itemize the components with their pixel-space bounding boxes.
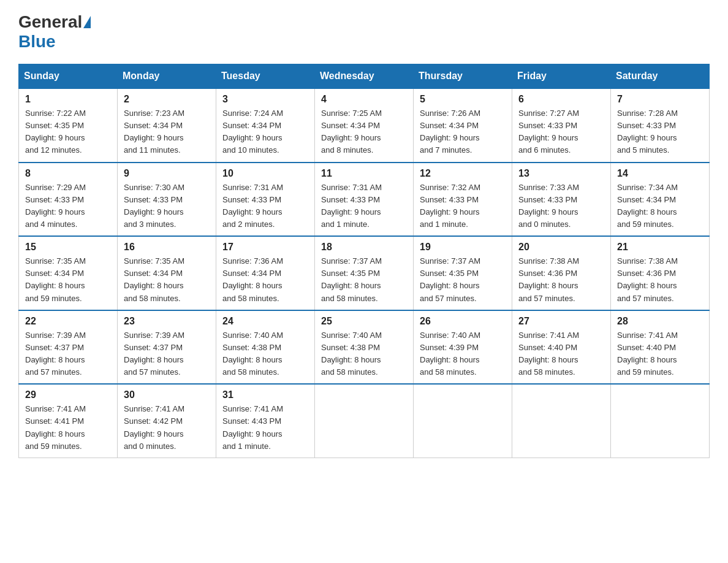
day-info: Sunrise: 7:39 AM Sunset: 4:37 PM Dayligh… (124, 329, 210, 379)
calendar-day-cell: 5Sunrise: 7:26 AM Sunset: 4:34 PM Daylig… (414, 88, 512, 163)
calendar-day-cell: 29Sunrise: 7:41 AM Sunset: 4:41 PM Dayli… (19, 384, 118, 458)
calendar-day-cell: 15Sunrise: 7:35 AM Sunset: 4:34 PM Dayli… (19, 236, 118, 310)
day-info: Sunrise: 7:32 AM Sunset: 4:33 PM Dayligh… (420, 182, 506, 231)
calendar-day-cell: 24Sunrise: 7:40 AM Sunset: 4:38 PM Dayli… (216, 310, 315, 385)
calendar-day-cell: 12Sunrise: 7:32 AM Sunset: 4:33 PM Dayli… (414, 163, 512, 237)
day-number: 11 (321, 168, 407, 179)
day-number: 19 (420, 242, 506, 253)
calendar-day-cell: 14Sunrise: 7:34 AM Sunset: 4:34 PM Dayli… (611, 163, 710, 237)
calendar-week-row: 22Sunrise: 7:39 AM Sunset: 4:37 PM Dayli… (19, 310, 710, 385)
calendar-week-row: 1Sunrise: 7:22 AM Sunset: 4:35 PM Daylig… (19, 88, 710, 163)
logo: General Blue (18, 12, 92, 52)
calendar-day-cell: 6Sunrise: 7:27 AM Sunset: 4:33 PM Daylig… (512, 88, 611, 163)
calendar-day-cell: 13Sunrise: 7:33 AM Sunset: 4:33 PM Dayli… (512, 163, 611, 237)
calendar-day-cell: 25Sunrise: 7:40 AM Sunset: 4:38 PM Dayli… (315, 310, 414, 385)
day-info: Sunrise: 7:41 AM Sunset: 4:42 PM Dayligh… (124, 403, 210, 453)
day-number: 3 (222, 94, 308, 105)
calendar-day-cell: 3Sunrise: 7:24 AM Sunset: 4:34 PM Daylig… (216, 88, 315, 163)
day-info: Sunrise: 7:38 AM Sunset: 4:36 PM Dayligh… (617, 255, 703, 305)
calendar-day-cell: 31Sunrise: 7:41 AM Sunset: 4:43 PM Dayli… (216, 384, 315, 458)
calendar-day-cell: 28Sunrise: 7:41 AM Sunset: 4:40 PM Dayli… (611, 310, 710, 385)
calendar-day-cell: 27Sunrise: 7:41 AM Sunset: 4:40 PM Dayli… (512, 310, 611, 385)
day-info: Sunrise: 7:31 AM Sunset: 4:33 PM Dayligh… (222, 182, 308, 231)
logo-triangle-icon (83, 16, 91, 28)
day-info: Sunrise: 7:39 AM Sunset: 4:37 PM Dayligh… (25, 329, 111, 379)
calendar-header-row: SundayMondayTuesdayWednesdayThursdayFrid… (19, 64, 710, 89)
day-info: Sunrise: 7:40 AM Sunset: 4:38 PM Dayligh… (222, 329, 308, 379)
day-number: 9 (124, 168, 210, 179)
calendar-day-cell: 30Sunrise: 7:41 AM Sunset: 4:42 PM Dayli… (118, 384, 216, 458)
day-info: Sunrise: 7:23 AM Sunset: 4:34 PM Dayligh… (124, 107, 210, 157)
calendar-week-row: 29Sunrise: 7:41 AM Sunset: 4:41 PM Dayli… (19, 384, 710, 458)
day-info: Sunrise: 7:24 AM Sunset: 4:34 PM Dayligh… (222, 107, 308, 157)
logo-general-text: General (18, 12, 82, 32)
calendar-day-cell (611, 384, 710, 458)
day-number: 12 (420, 168, 506, 179)
calendar-day-cell: 19Sunrise: 7:37 AM Sunset: 4:35 PM Dayli… (414, 236, 512, 310)
day-number: 20 (518, 242, 604, 253)
day-info: Sunrise: 7:26 AM Sunset: 4:34 PM Dayligh… (420, 107, 506, 157)
day-number: 30 (124, 389, 210, 400)
day-number: 4 (321, 94, 407, 105)
day-number: 14 (617, 168, 703, 179)
calendar-day-header: Sunday (19, 64, 118, 89)
day-info: Sunrise: 7:38 AM Sunset: 4:36 PM Dayligh… (518, 255, 604, 305)
day-info: Sunrise: 7:36 AM Sunset: 4:34 PM Dayligh… (222, 255, 308, 305)
day-info: Sunrise: 7:25 AM Sunset: 4:34 PM Dayligh… (321, 107, 407, 157)
calendar-day-cell (512, 384, 611, 458)
day-number: 25 (321, 316, 407, 327)
day-number: 23 (124, 316, 210, 327)
day-number: 26 (420, 316, 506, 327)
day-number: 27 (518, 316, 604, 327)
day-number: 7 (617, 94, 703, 105)
day-number: 8 (25, 168, 111, 179)
calendar-day-cell (414, 384, 512, 458)
calendar-day-cell: 17Sunrise: 7:36 AM Sunset: 4:34 PM Dayli… (216, 236, 315, 310)
day-number: 24 (222, 316, 308, 327)
logo-blue-text: Blue (18, 32, 56, 52)
day-number: 29 (25, 389, 111, 400)
calendar-day-cell: 18Sunrise: 7:37 AM Sunset: 4:35 PM Dayli… (315, 236, 414, 310)
day-info: Sunrise: 7:35 AM Sunset: 4:34 PM Dayligh… (124, 255, 210, 305)
day-number: 22 (25, 316, 111, 327)
calendar-day-header: Thursday (414, 64, 512, 89)
day-info: Sunrise: 7:35 AM Sunset: 4:34 PM Dayligh… (25, 255, 111, 305)
calendar-day-cell: 4Sunrise: 7:25 AM Sunset: 4:34 PM Daylig… (315, 88, 414, 163)
day-info: Sunrise: 7:40 AM Sunset: 4:39 PM Dayligh… (420, 329, 506, 379)
calendar-day-cell: 21Sunrise: 7:38 AM Sunset: 4:36 PM Dayli… (611, 236, 710, 310)
day-info: Sunrise: 7:33 AM Sunset: 4:33 PM Dayligh… (518, 182, 604, 231)
day-info: Sunrise: 7:31 AM Sunset: 4:33 PM Dayligh… (321, 182, 407, 231)
calendar-day-cell: 16Sunrise: 7:35 AM Sunset: 4:34 PM Dayli… (118, 236, 216, 310)
calendar-day-header: Friday (512, 64, 611, 89)
calendar-day-cell: 1Sunrise: 7:22 AM Sunset: 4:35 PM Daylig… (19, 88, 118, 163)
day-info: Sunrise: 7:41 AM Sunset: 4:40 PM Dayligh… (617, 329, 703, 379)
day-number: 31 (222, 389, 308, 400)
day-info: Sunrise: 7:37 AM Sunset: 4:35 PM Dayligh… (420, 255, 506, 305)
calendar-day-cell: 22Sunrise: 7:39 AM Sunset: 4:37 PM Dayli… (19, 310, 118, 385)
day-info: Sunrise: 7:41 AM Sunset: 4:40 PM Dayligh… (518, 329, 604, 379)
calendar-day-cell: 23Sunrise: 7:39 AM Sunset: 4:37 PM Dayli… (118, 310, 216, 385)
day-number: 2 (124, 94, 210, 105)
calendar-day-header: Monday (118, 64, 216, 89)
calendar-day-cell: 2Sunrise: 7:23 AM Sunset: 4:34 PM Daylig… (118, 88, 216, 163)
day-number: 13 (518, 168, 604, 179)
day-number: 28 (617, 316, 703, 327)
calendar-table: SundayMondayTuesdayWednesdayThursdayFrid… (18, 64, 710, 458)
day-number: 16 (124, 242, 210, 253)
day-number: 1 (25, 94, 111, 105)
calendar-week-row: 8Sunrise: 7:29 AM Sunset: 4:33 PM Daylig… (19, 163, 710, 237)
calendar-day-header: Saturday (611, 64, 710, 89)
day-number: 21 (617, 242, 703, 253)
day-info: Sunrise: 7:28 AM Sunset: 4:33 PM Dayligh… (617, 107, 703, 157)
calendar-week-row: 15Sunrise: 7:35 AM Sunset: 4:34 PM Dayli… (19, 236, 710, 310)
calendar-day-cell: 11Sunrise: 7:31 AM Sunset: 4:33 PM Dayli… (315, 163, 414, 237)
calendar-day-cell: 20Sunrise: 7:38 AM Sunset: 4:36 PM Dayli… (512, 236, 611, 310)
day-info: Sunrise: 7:29 AM Sunset: 4:33 PM Dayligh… (25, 182, 111, 231)
day-number: 10 (222, 168, 308, 179)
day-number: 17 (222, 242, 308, 253)
calendar-day-cell: 9Sunrise: 7:30 AM Sunset: 4:33 PM Daylig… (118, 163, 216, 237)
calendar-day-cell: 7Sunrise: 7:28 AM Sunset: 4:33 PM Daylig… (611, 88, 710, 163)
day-number: 15 (25, 242, 111, 253)
day-info: Sunrise: 7:41 AM Sunset: 4:41 PM Dayligh… (25, 403, 111, 453)
calendar-day-cell (315, 384, 414, 458)
